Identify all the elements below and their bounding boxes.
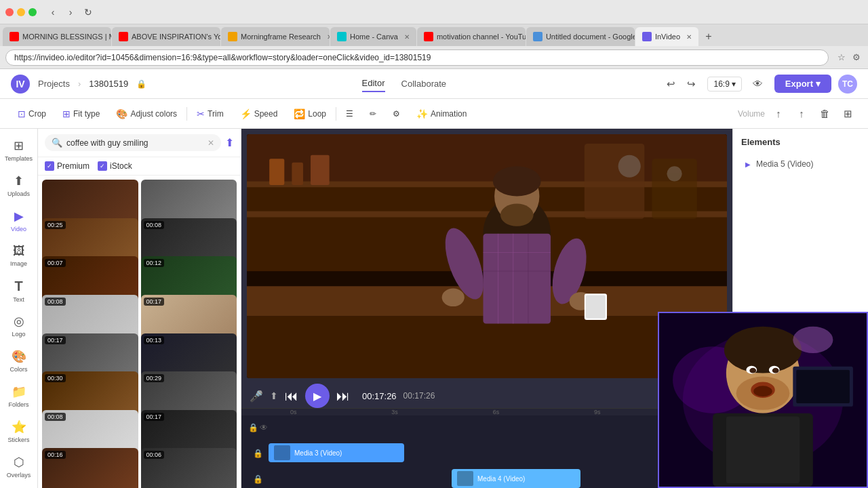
animation-button[interactable]: ✨ Animation: [410, 105, 473, 123]
current-time: 00:17:26: [362, 391, 397, 401]
search-clear-icon[interactable]: ✕: [208, 138, 214, 148]
tab-favicon: [533, 32, 542, 41]
forward-button[interactable]: ›: [62, 5, 79, 20]
svg-rect-37: [726, 417, 800, 483]
draw-button[interactable]: ✏: [363, 106, 383, 122]
media-thumb-15[interactable]: 00:16 ▶: [42, 448, 138, 488]
filter-button[interactable]: ☰: [339, 106, 360, 122]
stickers-icon: ⭐: [12, 420, 26, 434]
mic-button[interactable]: 🎤: [250, 390, 263, 403]
media4-clip[interactable]: Media 4 (Video): [452, 469, 580, 488]
loop-icon: 🔁: [294, 108, 305, 119]
media-panel: 🔍 ✕ ⬆ ✓ Premium ✓ iStock ▶: [38, 129, 241, 488]
tab-morningframe[interactable]: Morningframe Research ✕: [221, 27, 330, 46]
ruler-mark-9s: 9s: [594, 409, 601, 415]
new-tab-button[interactable]: +: [699, 27, 718, 46]
sidebar-item-stickers[interactable]: ⭐ Stickers: [3, 415, 35, 447]
svg-point-43: [753, 386, 772, 396]
adjust-button[interactable]: ⚙: [386, 106, 407, 122]
tab-close-icon[interactable]: ✕: [404, 33, 410, 41]
media3-clip[interactable]: Media 3 (Video): [269, 443, 404, 462]
editor-tab[interactable]: Editor: [362, 75, 385, 92]
aspect-ratio-button[interactable]: 16:9 ▾: [707, 77, 741, 92]
tab-close-icon[interactable]: ✕: [686, 33, 692, 41]
sidebar-item-overlays[interactable]: ⬡ Overlays: [3, 450, 35, 483]
lock-icon: 🔒: [136, 79, 146, 89]
collaborate-tab[interactable]: Collaborate: [401, 76, 447, 92]
sidebar-item-image[interactable]: 🖼 Image: [3, 239, 35, 272]
tab-morning-blessings[interactable]: MORNING BLESSINGS | Mor... ✕: [3, 27, 111, 46]
trim-icon: ✂: [197, 108, 205, 119]
istock-checkbox[interactable]: ✓: [98, 161, 107, 171]
adjust-colors-label: Adjust colors: [130, 109, 177, 119]
tab-label: Untitled document - Google D...: [546, 33, 635, 41]
move-up-icon[interactable]: ↑: [769, 104, 788, 123]
track-row-1: 🔒 👁: [247, 415, 727, 440]
close-window-dot[interactable]: [5, 8, 14, 16]
thumb-duration: 00:08: [45, 413, 66, 421]
preview-button[interactable]: 👁: [749, 75, 768, 94]
sidebar-item-logo[interactable]: ◎ Logo: [3, 310, 35, 342]
redo-button[interactable]: ↪: [682, 75, 701, 94]
minimize-window-dot[interactable]: [17, 8, 25, 16]
tab-invideo[interactable]: InVideo ✕: [635, 27, 698, 46]
track-lock-icon[interactable]: 🔒: [253, 474, 263, 484]
breadcrumb-separator: ›: [78, 79, 81, 89]
trim-button[interactable]: ✂ Trim: [190, 105, 231, 123]
previous-button[interactable]: ⏮: [285, 388, 298, 404]
crop-button[interactable]: ⊡ Crop: [11, 105, 53, 123]
tab-above-inspiration[interactable]: ABOVE INSPIRATION's YouT... ✕: [112, 27, 220, 46]
delete-icon[interactable]: 🗑: [815, 104, 834, 123]
fit-type-button[interactable]: ⊞ Fit type: [56, 105, 106, 123]
ruler-marks: 0s 3s 6s 9s 12s: [290, 409, 705, 415]
premium-filter[interactable]: ✓ Premium: [45, 161, 90, 171]
address-bar[interactable]: https://invideo.io/editor?id=10456&dimen…: [5, 49, 829, 66]
tab-canva[interactable]: Home - Canva ✕: [330, 27, 416, 46]
element-item-media5[interactable]: ▶ Media 5 (Video): [741, 155, 860, 173]
move-down-icon[interactable]: ↑: [792, 104, 811, 123]
search-input-wrap[interactable]: 🔍 ✕: [45, 134, 221, 151]
sidebar-item-colors[interactable]: 🎨 Colors: [3, 345, 35, 378]
back-button[interactable]: ‹: [45, 5, 61, 20]
tab-google-docs[interactable]: Untitled document - Google D... ✕: [526, 27, 635, 46]
media-thumb-16[interactable]: 00:06 ▶: [141, 448, 237, 488]
settings-icon[interactable]: ⚙: [850, 52, 863, 64]
thumb-duration: 00:06: [144, 451, 165, 459]
thumb-duration: 00:17: [144, 413, 165, 421]
refresh-button[interactable]: ↻: [80, 5, 96, 20]
track-lock-icon[interactable]: 🔒: [253, 449, 263, 458]
export-button[interactable]: Export ▾: [774, 75, 831, 93]
istock-filter[interactable]: ✓ iStock: [98, 161, 132, 171]
sidebar-item-templates[interactable]: ⊞ Templates: [3, 134, 35, 167]
adjust-colors-button[interactable]: 🎨 Adjust colors: [109, 105, 184, 123]
sidebar-item-video[interactable]: ▶ Video: [3, 205, 35, 237]
sidebar-item-text[interactable]: T Text: [3, 274, 35, 307]
track-eye-icon[interactable]: 👁: [260, 423, 268, 432]
grid-view-icon[interactable]: ⊞: [838, 104, 857, 123]
premium-checkbox[interactable]: ✓: [45, 161, 54, 171]
sidebar-item-uploads[interactable]: ⬆ Uploads: [3, 169, 35, 202]
maximize-window-dot[interactable]: [28, 8, 37, 16]
next-button[interactable]: ⏭: [336, 388, 350, 404]
svg-point-46: [793, 327, 833, 353]
speed-button[interactable]: ⚡ Speed: [233, 105, 285, 123]
track-lock-icon[interactable]: 🔒: [248, 423, 258, 432]
uploads-icon: ⬆: [14, 174, 24, 188]
bookmark-icon[interactable]: ☆: [835, 52, 848, 64]
upload-icon[interactable]: ⬆: [225, 136, 234, 149]
search-icon: 🔍: [52, 138, 62, 148]
search-input[interactable]: [66, 138, 203, 148]
svg-rect-5: [269, 159, 284, 185]
tab-motivation[interactable]: motivation channel - YouTube ✕: [417, 27, 526, 46]
projects-link[interactable]: Projects: [38, 79, 70, 89]
clip-label: Media 4 (Video): [477, 475, 525, 483]
templates-label: Templates: [5, 155, 33, 162]
voice-button[interactable]: ⬆: [270, 390, 278, 401]
loop-button[interactable]: 🔁 Loop: [287, 105, 333, 123]
user-avatar[interactable]: TC: [838, 75, 857, 94]
undo-button[interactable]: ↩: [661, 75, 680, 94]
sidebar-item-folders[interactable]: 📁 Folders: [3, 380, 35, 413]
tab-close-icon[interactable]: ✕: [327, 33, 330, 41]
play-button[interactable]: ▶: [305, 384, 330, 408]
video-background: [247, 134, 727, 378]
